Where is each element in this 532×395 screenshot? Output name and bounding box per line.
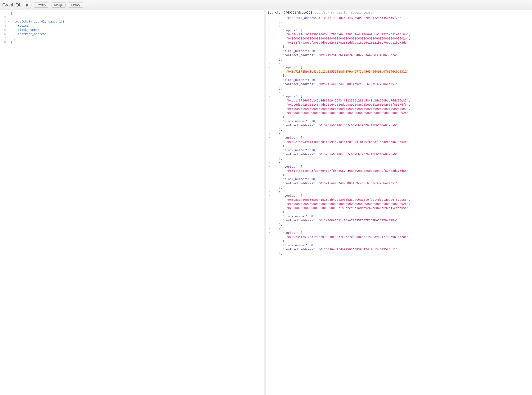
query-line[interactable]: 7 } — [1, 36, 264, 40]
play-icon — [26, 3, 29, 7]
result-line: ▾{ — [268, 90, 532, 94]
fold-toggle[interactable]: ▾ — [268, 231, 271, 235]
result-line: ], — [268, 115, 532, 119]
query-line[interactable]: 4 topics — [1, 24, 264, 28]
query-line[interactable]: 6 contract_address — [1, 32, 264, 36]
fold-toggle[interactable]: ▾ — [268, 28, 271, 32]
result-line: "contract_address": "0x7219284B26F44B2A5… — [268, 16, 532, 20]
result-line: "block_number": 8, — [268, 214, 532, 218]
result-line: "block_number": 10, — [268, 148, 532, 152]
result-line: "0x0a72872b9cfe43d6c13b13553f28d4879e427… — [268, 70, 532, 74]
result-line: "contract_address": "0xD755a6D98C4557c66… — [268, 123, 532, 127]
result-line: ▾{ — [268, 61, 532, 66]
query-line[interactable]: 8} — [1, 40, 264, 44]
result-line: ▾{ — [268, 132, 532, 136]
result-line: }, — [268, 20, 532, 24]
result-line: ], — [268, 239, 532, 243]
result-line: ], — [268, 144, 532, 148]
fold-toggle[interactable]: ▾ — [268, 132, 271, 136]
query-line[interactable]: 3▾ logs(chain_id: 42, page: 1){ — [1, 20, 264, 24]
result-line: ], — [268, 45, 532, 49]
result-viewer[interactable]: "contract_address": "0x7219284B26F44B2A5… — [266, 15, 532, 395]
fold-toggle[interactable]: ▾ — [268, 227, 271, 231]
result-pane-wrap: Search: (Use /re/ syntax for regexp sear… — [266, 10, 532, 395]
result-line: "0xc82fd59396134ccdeb4ce594571af6fe8f87d… — [268, 140, 532, 144]
fold-toggle[interactable]: ▾ — [268, 189, 271, 194]
merge-button[interactable]: Merge — [51, 2, 66, 8]
run-button[interactable] — [24, 1, 32, 9]
result-line: "block_number": 10, — [268, 119, 532, 123]
result-line: ], — [268, 173, 532, 177]
result-line: "0x00000000000000000000000065c150b7ef3b1… — [268, 206, 532, 210]
result-line: "0xcb1f6736605c149e8d69fd9f5393ff113515c… — [268, 99, 532, 103]
result-line: "0xee6d3d028d1814849d898b64931edde089280… — [268, 103, 532, 107]
result-line: "contract_address": "0x521F44132489CDD54… — [268, 82, 532, 86]
result-line: ], — [268, 74, 532, 78]
result-line: }, — [268, 252, 532, 256]
result-line: "0x5ca3d740e03650b41813a4b418830f6ba3970… — [268, 198, 532, 202]
query-line[interactable]: 5 block_number — [1, 28, 264, 32]
result-line: "block_number": 10, — [268, 49, 532, 53]
result-line: "block_number": 10, — [268, 177, 532, 181]
result-line: "0x60c3a1f5763d1f5370168d8e60a7e6c27c520… — [268, 235, 532, 239]
result-line: ▾{ — [268, 160, 532, 165]
fold-toggle[interactable]: ▾ — [268, 136, 271, 140]
result-line: }, — [268, 185, 532, 189]
search-label: Search: — [268, 11, 280, 14]
result-line: "0x0000000000000000000000000000000000000… — [268, 37, 532, 41]
result-line: "block_number": 8, — [268, 243, 532, 247]
result-line: ▾"topics": [ — [268, 231, 532, 235]
fold-toggle[interactable]: ▾ — [268, 165, 271, 169]
result-line: ▾"topics": [ — [268, 136, 532, 140]
result-line: "0x1d4f8793ecdf300b0d00e6246878a80edd7aa… — [268, 41, 532, 45]
result-line: ▾"topics": [ — [268, 194, 532, 198]
result-line: ▾"topics": [ — [268, 66, 532, 70]
query-editor[interactable]: 1▾{23▾ logs(chain_id: 42, page: 1){4 top… — [0, 10, 266, 395]
fold-toggle[interactable]: ▾ — [268, 194, 271, 198]
result-line: ▾"topics": [ — [268, 94, 532, 99]
result-line: "0x0000000000000000000000000000000000000… — [268, 202, 532, 206]
result-line: }, — [268, 223, 532, 227]
search-hint: (Use /re/ syntax for regexp search) — [313, 11, 376, 14]
fold-toggle[interactable]: ▾ — [268, 24, 271, 28]
fold-toggle[interactable]: ▾ — [268, 160, 271, 165]
result-line: "block_number": 10, — [268, 78, 532, 82]
result-line: }, — [268, 156, 532, 160]
fold-toggle[interactable]: ▾ — [268, 90, 271, 94]
search-input[interactable] — [282, 11, 312, 14]
result-line: "contract_address": "0xD755a6D98C4557c66… — [268, 152, 532, 156]
result-line: "contract_address": "0x7219284B26F44B2A5… — [268, 53, 532, 57]
fold-toggle[interactable]: ▾ — [268, 94, 271, 99]
result-line: "0x51c4f05cea43f3d4604f77fd5a65674308809… — [268, 169, 532, 173]
logo: GraphiQL — [2, 2, 21, 8]
search-bar: Search: (Use /re/ syntax for regexp sear… — [266, 10, 532, 15]
toolbar: GraphiQL Prettify Merge History — [0, 0, 532, 10]
result-line: }, — [268, 86, 532, 90]
result-line: ▾{ — [268, 24, 532, 28]
result-line: }, — [268, 127, 532, 132]
result-line: "0x0000000000000000000000000000000000000… — [268, 111, 532, 115]
result-line: ▾{ — [268, 189, 532, 194]
prettify-button[interactable]: Prettify — [34, 2, 49, 8]
result-line: ▾"topics": [ — [268, 28, 532, 32]
result-line: ▾"topics": [ — [268, 165, 532, 169]
result-line: "0x0000000000000000000000000000000000000… — [268, 107, 532, 111]
result-line: "contract_address": "0x521F44132489CDD54… — [268, 181, 532, 185]
result-line: ], — [268, 210, 532, 214]
fold-toggle[interactable]: ▾ — [268, 61, 271, 66]
result-line: "contract_address": "0x2eB68A0C21413aA78… — [268, 218, 532, 223]
main: 1▾{23▾ logs(chain_id: 42, page: 1){4 top… — [0, 10, 532, 395]
query-line[interactable]: 1▾{ — [1, 11, 264, 15]
result-line: "contract_address": "0x1EC96ab1Fdb92565A… — [268, 247, 532, 252]
result-line: "0x39c48fd1b2185b07007abc7904a8cdf782cfe… — [268, 32, 532, 37]
fold-toggle[interactable]: ▾ — [268, 66, 271, 70]
query-line[interactable]: 2 — [1, 15, 264, 20]
result-line: }, — [268, 57, 532, 61]
history-button[interactable]: History — [68, 2, 83, 8]
result-line: ▾{ — [268, 227, 532, 231]
